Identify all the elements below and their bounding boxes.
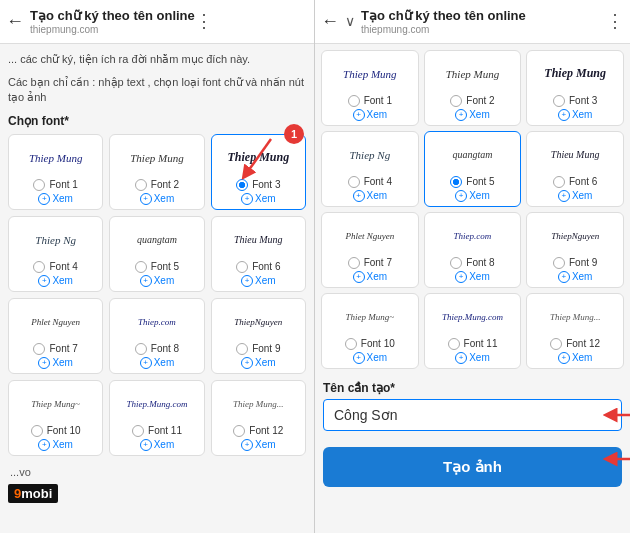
radio-right-8[interactable] <box>450 257 462 269</box>
font-name-right-11: Font 11 <box>464 338 498 349</box>
radio-right-10[interactable] <box>345 338 357 350</box>
font-card-left-7[interactable]: Phlet Nguyen Font 7 + Xem <box>8 298 103 374</box>
font-card-right-2[interactable]: Thiep Mung Font 2 + Xem <box>424 50 522 126</box>
radio-7[interactable] <box>33 343 45 355</box>
xem-btn-2[interactable]: + Xem <box>140 193 175 205</box>
font-name-1: Font 1 <box>49 179 77 190</box>
xem-btn-9[interactable]: + Xem <box>241 357 276 369</box>
font-name-9: Font 9 <box>252 343 280 354</box>
left-more-button[interactable]: ⋮ <box>195 10 213 32</box>
radio-11[interactable] <box>132 425 144 437</box>
xem-btn-5[interactable]: + Xem <box>140 275 175 287</box>
xem-btn-right-7[interactable]: + Xem <box>353 271 388 283</box>
radio-right-11[interactable] <box>448 338 460 350</box>
font-card-left-5[interactable]: quangtam Font 5 + Xem <box>109 216 204 292</box>
radio-right-7[interactable] <box>348 257 360 269</box>
input-section: Tên cần tạo* 2 Tạo ảnh <box>321 377 624 491</box>
radio-8[interactable] <box>135 343 147 355</box>
font-preview-12: Thiep Mung... <box>216 385 301 423</box>
xem-btn-right-12[interactable]: + Xem <box>558 352 593 364</box>
xem-icon-2: + <box>140 193 152 205</box>
font-name-right-10: Font 10 <box>361 338 395 349</box>
font-preview-9: ThiepNguyen <box>216 303 301 341</box>
font-card-left-8[interactable]: Thiep.com Font 8 + Xem <box>109 298 204 374</box>
xem-btn-4[interactable]: + Xem <box>38 275 73 287</box>
radio-right-9[interactable] <box>553 257 565 269</box>
font-card-left-3[interactable]: Thiep Mung Font 3 + Xem <box>211 134 306 210</box>
name-input[interactable] <box>323 399 622 431</box>
radio-9[interactable] <box>236 343 248 355</box>
radio-4[interactable] <box>33 261 45 273</box>
xem-btn-12[interactable]: + Xem <box>241 439 276 451</box>
font-name-right-6: Font 6 <box>569 176 597 187</box>
xem-btn-right-9[interactable]: + Xem <box>558 271 593 283</box>
create-button[interactable]: Tạo ảnh <box>323 447 622 487</box>
xem-btn-right-2[interactable]: + Xem <box>455 109 490 121</box>
font-card-right-1[interactable]: Thiep Mung Font 1 + Xem <box>321 50 419 126</box>
font-name-right-3: Font 3 <box>569 95 597 106</box>
font-name-6: Font 6 <box>252 261 280 272</box>
xem-btn-6[interactable]: + Xem <box>241 275 276 287</box>
radio-right-1[interactable] <box>348 95 360 107</box>
font-card-left-11[interactable]: Thiep.Mung.com Font 11 + Xem <box>109 380 204 456</box>
font-card-right-5[interactable]: quangtam Font 5 + Xem <box>424 131 522 207</box>
xem-btn-right-5[interactable]: + Xem <box>455 190 490 202</box>
xem-btn-right-8[interactable]: + Xem <box>455 271 490 283</box>
font-label-row-right-6: Font 6 <box>553 176 597 188</box>
back-button[interactable]: ← <box>6 11 24 32</box>
radio-right-3[interactable] <box>553 95 565 107</box>
font-name-right-5: Font 5 <box>466 176 494 187</box>
xem-btn-right-4[interactable]: + Xem <box>353 190 388 202</box>
font-card-left-2[interactable]: Thiep Mung Font 2 + Xem <box>109 134 204 210</box>
xem-btn-10[interactable]: + Xem <box>38 439 73 451</box>
font-card-right-8[interactable]: Thiep.com Font 8 + Xem <box>424 212 522 288</box>
xem-btn-11[interactable]: + Xem <box>140 439 175 451</box>
xem-btn-right-3[interactable]: + Xem <box>558 109 593 121</box>
font-card-left-10[interactable]: Thiep Mung~ Font 10 + Xem <box>8 380 103 456</box>
radio-right-5[interactable] <box>450 176 462 188</box>
font-card-right-4[interactable]: Thiep Ng Font 4 + Xem <box>321 131 419 207</box>
font-card-left-1[interactable]: Thiep Mung Font 1 + Xem <box>8 134 103 210</box>
right-more-button[interactable]: ⋮ <box>606 10 624 32</box>
font-card-right-3[interactable]: Thiep Mung Font 3 + Xem <box>526 50 624 126</box>
font-preview-10: Thiep Mung~ <box>13 385 98 423</box>
xem-btn-7[interactable]: + Xem <box>38 357 73 369</box>
font-card-right-11[interactable]: Thiep.Mung.com Font 11 + Xem <box>424 293 522 369</box>
font-name-7: Font 7 <box>49 343 77 354</box>
radio-6[interactable] <box>236 261 248 273</box>
right-back-button[interactable]: ← <box>321 11 339 32</box>
radio-10[interactable] <box>31 425 43 437</box>
font-card-left-4[interactable]: Thiep Ng Font 4 + Xem <box>8 216 103 292</box>
xem-btn-right-10[interactable]: + Xem <box>353 352 388 364</box>
font-card-right-10[interactable]: Thiep Mung~ Font 10 + Xem <box>321 293 419 369</box>
radio-5[interactable] <box>135 261 147 273</box>
font-label-row-7: Font 7 <box>33 343 77 355</box>
font-card-left-12[interactable]: Thiep Mung... Font 12 + Xem <box>211 380 306 456</box>
font-card-right-7[interactable]: Phlet Nguyen Font 7 + Xem <box>321 212 419 288</box>
font-label-row-4: Font 4 <box>33 261 77 273</box>
font-card-right-6[interactable]: Thieu Mung Font 6 + Xem <box>526 131 624 207</box>
radio-3[interactable] <box>236 179 248 191</box>
font-card-right-12[interactable]: Thiep Mung... Font 12 + Xem <box>526 293 624 369</box>
radio-1[interactable] <box>33 179 45 191</box>
xem-icon-10: + <box>38 439 50 451</box>
xem-btn-1[interactable]: + Xem <box>38 193 73 205</box>
partial-text: ...vo <box>8 462 306 480</box>
xem-btn-right-11[interactable]: + Xem <box>455 352 490 364</box>
chevron-down-icon[interactable]: ∨ <box>345 13 355 29</box>
radio-right-2[interactable] <box>450 95 462 107</box>
radio-right-6[interactable] <box>553 176 565 188</box>
xem-btn-right-6[interactable]: + Xem <box>558 190 593 202</box>
font-preview-right-4: Thiep Ng <box>326 136 414 174</box>
xem-btn-right-1[interactable]: + Xem <box>353 109 388 121</box>
radio-right-12[interactable] <box>550 338 562 350</box>
font-card-left-9[interactable]: ThiepNguyen Font 9 + Xem <box>211 298 306 374</box>
xem-btn-3[interactable]: + Xem <box>241 193 276 205</box>
section-label: Chọn font* <box>8 114 306 128</box>
font-card-left-6[interactable]: Thieu Mung Font 6 + Xem <box>211 216 306 292</box>
font-card-right-9[interactable]: ThiepNguyen Font 9 + Xem <box>526 212 624 288</box>
radio-right-4[interactable] <box>348 176 360 188</box>
radio-12[interactable] <box>233 425 245 437</box>
xem-btn-8[interactable]: + Xem <box>140 357 175 369</box>
radio-2[interactable] <box>135 179 147 191</box>
